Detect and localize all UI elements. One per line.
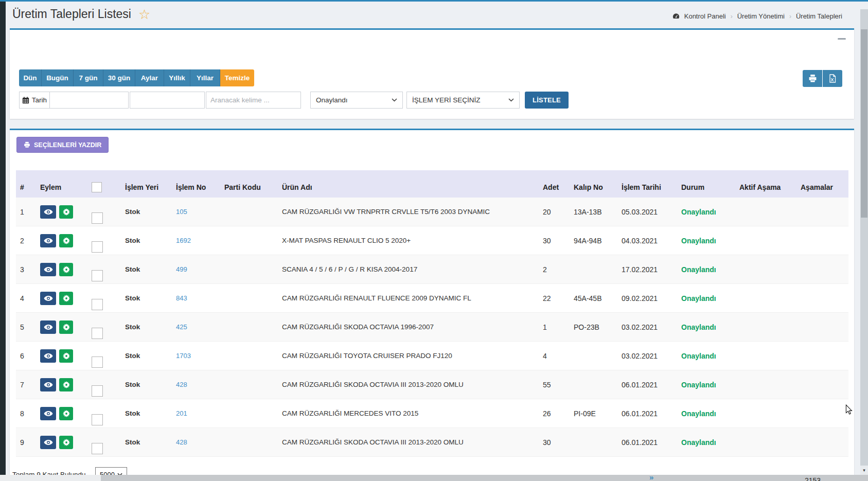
table-row: 1 Stok 105 CAM RÜZGARLIĞI VW TRNPRTR CRV… [16, 198, 848, 226]
view-button[interactable] [40, 436, 56, 449]
islem-no-link[interactable]: 201 [176, 409, 187, 417]
row-checkbox[interactable] [92, 385, 103, 397]
gear-icon [63, 266, 70, 273]
requests-table: # Eylem İşlem Yeri İşlem No Parti Kodu Ü… [16, 170, 848, 457]
vertical-scrollbar-thumb[interactable] [861, 29, 867, 218]
settings-button[interactable] [59, 436, 73, 449]
row-adet: 20 [539, 208, 570, 216]
collapse-box-button[interactable] [838, 38, 846, 40]
row-islem-tarihi: 06.01.2021 [617, 409, 677, 418]
breadcrumb-item-uretim-yonetimi[interactable]: Üretim Yönetimi [737, 12, 785, 20]
print-selected-button[interactable]: SEÇİLENLERİ YAZDIR [16, 137, 109, 153]
header-aktif-asama: Aktif Aşama [735, 183, 796, 191]
header-kalip-no: Kalıp No [570, 183, 617, 191]
islem-no-link[interactable]: 1692 [176, 237, 191, 244]
view-button[interactable] [40, 320, 56, 334]
row-islem-tarihi: 03.02.2021 [617, 323, 677, 331]
print-button[interactable] [803, 70, 822, 87]
gear-icon [63, 352, 70, 360]
quick-range-aylar[interactable]: Aylar [135, 69, 164, 86]
view-button[interactable] [40, 292, 56, 305]
row-urun-adi: CAM RÜZGARLIĞI VW TRNPRTR CRVLLE T5/T6 2… [278, 208, 539, 216]
row-islem-no-cell: 428 [172, 381, 220, 388]
row-checkbox[interactable] [92, 414, 103, 425]
row-number: 2 [16, 237, 36, 245]
quick-range-yillar[interactable]: Yıllar [190, 69, 220, 86]
settings-button[interactable] [59, 378, 73, 391]
table-row: 6 Stok 1703 CAM RÜZGARLIĞI TOYOTA CRUISE… [16, 342, 848, 370]
pagination-next-icon[interactable]: » [649, 473, 653, 481]
view-button[interactable] [40, 234, 56, 247]
view-button[interactable] [40, 349, 56, 363]
row-checkbox[interactable] [92, 212, 103, 224]
eye-icon [44, 382, 53, 388]
table-row: 3 Stok 499 SCANIA 4 / 5 / 6 / P / G / R … [16, 255, 848, 284]
row-checkbox[interactable] [92, 241, 103, 253]
select-all-checkbox[interactable] [92, 182, 102, 192]
quick-range-bugun[interactable]: Bugün [42, 69, 74, 86]
row-urun-adi: CAM RÜZGARLIĞI RENAULT FLUENCE 2009 DYNA… [278, 294, 539, 302]
islem-no-link[interactable]: 428 [176, 381, 187, 388]
eye-icon [44, 209, 53, 215]
settings-button[interactable] [59, 320, 73, 334]
islem-no-link[interactable]: 843 [176, 294, 187, 302]
islem-no-link[interactable]: 428 [176, 438, 187, 446]
islem-yeri-select-value: İŞLEM YERİ SEÇİNİZ [412, 96, 481, 104]
row-islem-tarihi: 03.02.2021 [617, 352, 677, 360]
quick-range-30gun[interactable]: 30 gün [103, 69, 135, 86]
row-islem-no-cell: 428 [172, 438, 220, 446]
settings-button[interactable] [59, 292, 73, 305]
islem-no-link[interactable]: 105 [176, 208, 187, 216]
row-number: 6 [16, 352, 36, 360]
header-sira: # [16, 183, 36, 191]
settings-button[interactable] [59, 407, 73, 420]
islem-no-link[interactable]: 1703 [176, 352, 191, 360]
islem-no-link[interactable]: 425 [176, 323, 187, 331]
quick-range-yillik[interactable]: Yıllık [164, 69, 190, 86]
list-box: SEÇİLENLERİ YAZDIR # Eylem İşlem Yeri İş… [10, 129, 854, 475]
row-checkbox[interactable] [92, 328, 103, 339]
keyword-search-input[interactable] [206, 92, 301, 109]
scrollbar-down-arrow-icon[interactable]: ▾ [860, 466, 868, 475]
breadcrumb-item-kontrol-paneli[interactable]: Kontrol Paneli [684, 12, 726, 20]
settings-button[interactable] [59, 205, 73, 219]
row-checkbox[interactable] [92, 443, 103, 454]
row-checkbox[interactable] [92, 299, 103, 310]
settings-button[interactable] [59, 263, 73, 276]
row-urun-adi: X-MAT PASPAS RENAULT CLIO 5 2020+ [278, 237, 539, 244]
islem-no-link[interactable]: 499 [176, 265, 187, 273]
eye-icon [44, 411, 53, 417]
gear-icon [63, 439, 70, 446]
collapsed-sidebar[interactable] [0, 2, 6, 475]
settings-button[interactable] [59, 234, 73, 247]
row-actions [36, 292, 87, 305]
view-button[interactable] [40, 263, 56, 276]
quick-range-7gun[interactable]: 7 gün [74, 69, 103, 86]
list-button[interactable]: LİSTELE [525, 92, 569, 109]
excel-export-button[interactable] [823, 70, 842, 87]
eye-icon [44, 238, 53, 244]
islem-yeri-select[interactable]: İŞLEM YERİ SEÇİNİZ [406, 92, 520, 109]
date-addon-label: Tarih [32, 96, 47, 104]
view-button[interactable] [40, 378, 56, 391]
clear-filters-button[interactable]: Temizle [220, 69, 254, 86]
date-to-input[interactable] [130, 92, 205, 109]
favorite-star-icon[interactable]: ☆ [138, 8, 150, 21]
row-actions [36, 349, 87, 363]
row-checkbox[interactable] [92, 357, 103, 368]
date-from-input[interactable] [49, 92, 129, 109]
row-islem-no-cell: 201 [172, 409, 220, 417]
row-islem-yeri: Stok [121, 323, 172, 331]
row-checkbox[interactable] [92, 270, 103, 281]
row-kalip-no: 45A-45B [570, 294, 617, 302]
row-islem-yeri: Stok [121, 352, 172, 360]
settings-button[interactable] [59, 349, 73, 363]
view-button[interactable] [40, 205, 56, 219]
view-button[interactable] [40, 407, 56, 420]
status-select[interactable]: Onaylandı [310, 92, 403, 109]
quick-range-dun[interactable]: Dün [19, 69, 42, 86]
eye-icon [44, 266, 53, 273]
row-islem-no-cell: 499 [172, 265, 220, 273]
row-islem-tarihi: 06.01.2021 [617, 438, 677, 447]
horizontal-scrollbar-track[interactable] [0, 475, 101, 481]
